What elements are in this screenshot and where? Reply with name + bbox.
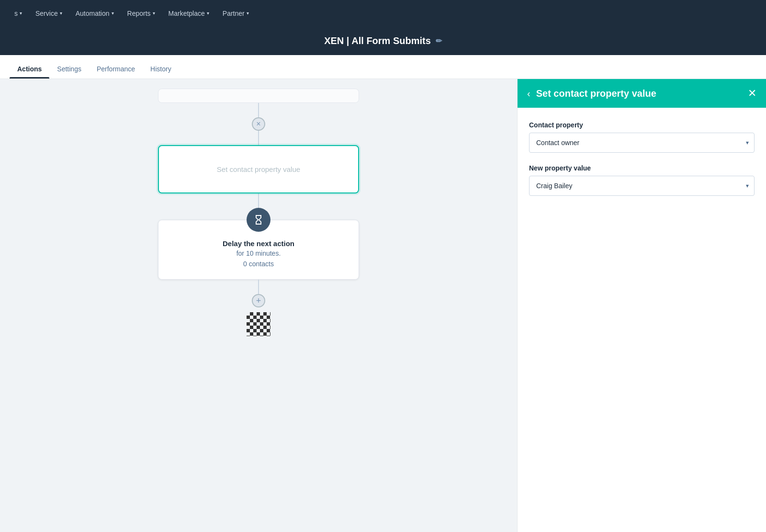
nav-item-automation[interactable]: Automation ▾ <box>69 0 121 26</box>
remove-connector[interactable]: × <box>252 117 265 131</box>
edit-icon[interactable]: ✏ <box>436 36 442 45</box>
contact-property-select[interactable]: Contact owner First name Last name Email… <box>529 133 755 153</box>
end-marker <box>247 312 270 336</box>
delay-title: Delay the next action <box>170 239 347 248</box>
workflow-canvas: × Set contact property value Delay the n… <box>0 79 517 532</box>
connector-line-4 <box>258 280 259 294</box>
panel-header: ‹ Set contact property value ✕ <box>518 79 766 108</box>
tab-settings[interactable]: Settings <box>49 65 89 79</box>
panel-back-button[interactable]: ‹ <box>527 89 530 98</box>
connector-line-3 <box>258 193 259 208</box>
panel-body: Contact property Contact owner First nam… <box>518 108 766 221</box>
top-nav: s ▾ Service ▾ Automation ▾ Reports ▾ Mar… <box>0 0 766 26</box>
delay-icon-circle <box>247 208 270 232</box>
contact-property-label: Contact property <box>529 121 755 129</box>
nav-item-marketplace[interactable]: Marketplace ▾ <box>162 0 216 26</box>
nav-item-s[interactable]: s ▾ <box>8 0 29 26</box>
new-property-label: New property value <box>529 164 755 172</box>
delay-count: 0 contacts <box>170 260 347 268</box>
set-contact-property-card[interactable]: Set contact property value <box>158 145 359 193</box>
chevron-icon: ▾ <box>153 11 155 16</box>
nav-item-partner[interactable]: Partner ▾ <box>216 0 256 26</box>
workflow-title: XEN | All Form Submits ✏ <box>324 35 442 46</box>
delay-node: Delay the next action for 10 minutes. 0 … <box>158 208 359 280</box>
connector-line-2 <box>258 131 259 145</box>
new-property-select[interactable]: Craig Bailey John Smith Jane Doe <box>529 176 755 196</box>
tab-performance[interactable]: Performance <box>89 65 143 79</box>
new-property-select-wrapper: Craig Bailey John Smith Jane Doe ▾ <box>529 176 755 196</box>
nav-item-service[interactable]: Service ▾ <box>29 0 69 26</box>
tabs-bar: Actions Settings Performance History <box>0 55 766 79</box>
delay-subtitle: for 10 minutes. <box>170 249 347 257</box>
panel-title: Set contact property value <box>536 88 656 99</box>
right-panel: ‹ Set contact property value ✕ Contact p… <box>517 79 766 532</box>
contact-property-group: Contact property Contact owner First nam… <box>529 121 755 153</box>
nav-item-reports[interactable]: Reports ▾ <box>121 0 162 26</box>
chevron-icon: ▾ <box>20 11 22 16</box>
connector-line-1 <box>258 103 259 117</box>
partial-top-node <box>158 89 359 103</box>
chevron-icon: ▾ <box>207 11 209 16</box>
panel-close-button[interactable]: ✕ <box>748 88 756 99</box>
hourglass-icon <box>253 214 264 226</box>
panel-header-left: ‹ Set contact property value <box>527 88 656 99</box>
contact-property-select-wrapper: Contact owner First name Last name Email… <box>529 133 755 153</box>
chevron-icon: ▾ <box>112 11 114 16</box>
main-layout: × Set contact property value Delay the n… <box>0 79 766 532</box>
new-property-group: New property value Craig Bailey John Smi… <box>529 164 755 196</box>
workflow-container: × Set contact property value Delay the n… <box>158 89 359 336</box>
tab-actions[interactable]: Actions <box>10 65 49 79</box>
chevron-icon: ▾ <box>247 11 249 16</box>
chevron-icon: ▾ <box>60 11 62 16</box>
set-contact-placeholder: Set contact property value <box>170 156 347 183</box>
tab-history[interactable]: History <box>143 65 179 79</box>
sub-header: XEN | All Form Submits ✏ <box>0 26 766 55</box>
add-node-button[interactable]: + <box>252 294 265 307</box>
